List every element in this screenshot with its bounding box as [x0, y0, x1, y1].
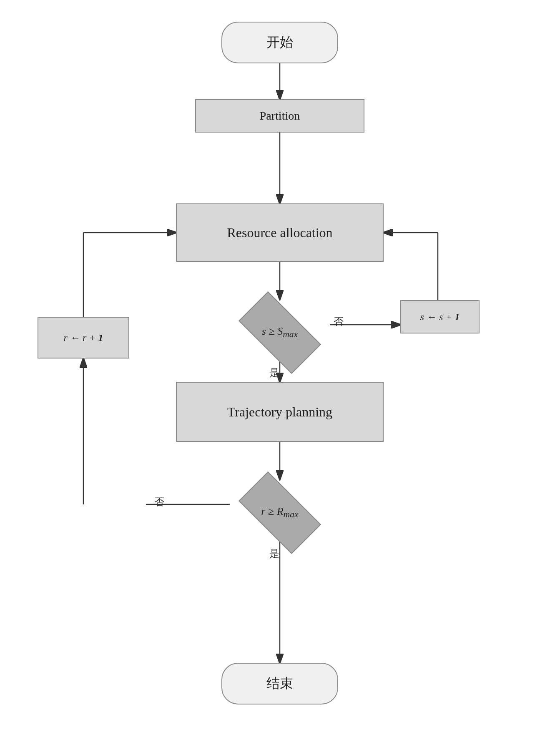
trajectory-planning-label: Trajectory planning [227, 404, 332, 420]
partition-label: Partition [260, 109, 300, 123]
s-yes-label: 是 [269, 366, 279, 379]
trajectory-planning-node: Trajectory planning [176, 382, 384, 442]
resource-allocation-label: Resource allocation [227, 225, 332, 241]
s-increment-label: s ← s + 1 [420, 311, 460, 323]
r-no-label: 否 [154, 495, 164, 509]
s-diamond-shape [239, 291, 321, 374]
flowchart: 开始 Partition Resource allocation s ← s +… [0, 0, 560, 742]
s-increment-node: s ← s + 1 [400, 300, 480, 333]
end-label: 结束 [266, 674, 293, 693]
start-node: 开始 [221, 22, 338, 63]
r-increment-label: r ← r + 1 [64, 332, 103, 343]
resource-allocation-node: Resource allocation [176, 203, 384, 262]
end-node: 结束 [221, 663, 338, 704]
partition-node: Partition [195, 99, 364, 133]
start-label: 开始 [266, 33, 293, 52]
r-diamond-node: r ≥ Rmax [221, 479, 338, 546]
r-diamond-shape [239, 471, 321, 554]
s-diamond-node: s ≥ Smax [221, 299, 338, 366]
r-increment-node: r ← r + 1 [38, 317, 129, 358]
s-no-label: 否 [334, 315, 344, 328]
r-yes-label: 是 [269, 547, 279, 560]
